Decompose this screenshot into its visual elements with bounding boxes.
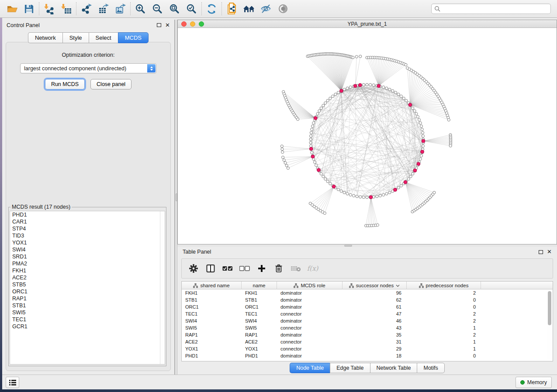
graph-node[interactable] xyxy=(397,186,400,189)
graph-mcds-node[interactable] xyxy=(311,155,315,158)
graph-mcds-node[interactable] xyxy=(422,139,425,143)
list-item[interactable]: RAP1 xyxy=(10,295,165,302)
column-header-shared-name[interactable]: shared name xyxy=(182,282,242,289)
column-header-successor-nodes[interactable]: successor nodes xyxy=(343,282,407,289)
export-table-icon[interactable] xyxy=(95,1,112,16)
table-scrollbar[interactable] xyxy=(547,290,552,361)
graph-node[interactable] xyxy=(310,131,312,134)
graph-node[interactable] xyxy=(320,172,322,175)
list-item[interactable]: PMA2 xyxy=(10,260,165,267)
splitter-grip[interactable] xyxy=(344,245,352,247)
graph-node[interactable] xyxy=(356,195,358,198)
graph-node[interactable] xyxy=(320,107,322,110)
graph-node[interactable] xyxy=(415,113,418,115)
gear-icon[interactable] xyxy=(187,262,200,275)
export-image-icon[interactable] xyxy=(112,1,129,16)
graph-leaf-node[interactable] xyxy=(287,167,289,169)
tab-network[interactable]: Network xyxy=(28,32,62,43)
close-panel-icon[interactable]: ✕ xyxy=(547,250,552,254)
graph-leaf-node[interactable] xyxy=(433,191,436,194)
tab-node-table[interactable]: Node Table xyxy=(290,363,330,373)
graph-node[interactable] xyxy=(324,178,327,180)
graph-leaf-node[interactable] xyxy=(283,159,285,162)
graph-leaf-node[interactable] xyxy=(323,212,326,214)
mcds-result-list[interactable]: PHD1CAR1STP4TID3YOX1SWI4SRD1PMA2FKH1ACE2… xyxy=(10,211,165,364)
graph-node[interactable] xyxy=(420,155,422,157)
table-row[interactable]: SWI5SWI5connector431 xyxy=(182,324,553,331)
graph-node[interactable] xyxy=(391,89,394,92)
graph-node[interactable] xyxy=(422,134,424,137)
scrollbar-thumb[interactable] xyxy=(548,291,551,325)
graph-node[interactable] xyxy=(413,110,416,112)
graph-node[interactable] xyxy=(309,134,312,137)
column-header-name[interactable]: name xyxy=(242,282,277,289)
graph-mcds-node[interactable] xyxy=(369,196,373,199)
graph-leaf-node[interactable] xyxy=(282,156,284,158)
list-item[interactable]: ORC1 xyxy=(10,288,165,295)
graph-node[interactable] xyxy=(382,193,385,196)
tab-select[interactable]: Select xyxy=(89,32,118,43)
apply-layout-icon[interactable] xyxy=(203,1,220,16)
graph-node[interactable] xyxy=(311,125,314,127)
neighborhood-houses-icon[interactable] xyxy=(240,1,257,16)
graph-node[interactable] xyxy=(420,125,422,127)
graph-node[interactable] xyxy=(366,83,368,86)
add-column-icon[interactable] xyxy=(255,262,268,275)
network-window-titlebar[interactable]: YPA_prune.txt_1 xyxy=(178,20,557,28)
graph-node[interactable] xyxy=(421,131,424,134)
graph-node[interactable] xyxy=(379,194,381,197)
graph-node[interactable] xyxy=(324,102,327,104)
export-network-icon[interactable] xyxy=(78,1,95,16)
graph-node[interactable] xyxy=(311,151,313,154)
graph-leaf-node[interactable] xyxy=(285,164,288,167)
column-header-predecessor-nodes[interactable]: predecessor nodes xyxy=(407,282,481,289)
list-item[interactable]: PHD1 xyxy=(10,211,165,218)
graph-node[interactable] xyxy=(400,184,402,187)
list-item[interactable]: SWI4 xyxy=(10,246,165,253)
table-row[interactable]: FKH1FKH1dominator962 xyxy=(182,289,553,296)
graph-mcds-node[interactable] xyxy=(314,117,317,120)
zoom-in-icon[interactable] xyxy=(132,1,149,16)
graph-node[interactable] xyxy=(407,178,410,180)
graph-node[interactable] xyxy=(322,175,325,178)
graph-node[interactable] xyxy=(311,128,313,131)
graph-mcds-node[interactable] xyxy=(377,84,381,88)
graph-node[interactable] xyxy=(334,93,337,96)
graph-node[interactable] xyxy=(343,88,346,91)
graph-node[interactable] xyxy=(329,97,332,100)
graph-leaf-node[interactable] xyxy=(447,118,450,121)
graph-node[interactable] xyxy=(337,91,339,94)
graph-mcds-node[interactable] xyxy=(421,150,424,154)
list-scrollbar[interactable] xyxy=(160,211,165,364)
list-item[interactable]: SRD1 xyxy=(10,253,165,260)
graph-node[interactable] xyxy=(388,88,391,91)
graph-leaf-node[interactable] xyxy=(359,55,362,58)
graph-mcds-node[interactable] xyxy=(309,147,313,151)
graph-node[interactable] xyxy=(359,196,362,198)
zoom-selected-icon[interactable] xyxy=(183,1,200,16)
network-graph[interactable] xyxy=(178,28,557,244)
graph-node[interactable] xyxy=(400,95,402,97)
delete-column-icon[interactable] xyxy=(272,262,285,275)
graph-node[interactable] xyxy=(376,195,378,198)
close-panel-icon[interactable]: ✕ xyxy=(165,23,170,28)
graph-mcds-node[interactable] xyxy=(413,169,417,172)
graph-node[interactable] xyxy=(409,175,412,178)
graph-leaf-node[interactable] xyxy=(280,145,283,148)
table-row[interactable]: STB1STB1dominator620 xyxy=(182,296,553,303)
column-layout-icon[interactable] xyxy=(204,262,217,275)
float-panel-icon[interactable] xyxy=(539,250,543,254)
graph-node[interactable] xyxy=(394,91,397,94)
show-graphics-details-eye-icon[interactable] xyxy=(274,1,291,16)
graph-node[interactable] xyxy=(346,193,349,195)
graph-node[interactable] xyxy=(421,128,423,131)
run-mcds-button[interactable]: Run MCDS xyxy=(45,79,85,89)
deselect-all-checkboxes-icon[interactable] xyxy=(238,262,251,275)
graph-mcds-node[interactable] xyxy=(358,83,362,87)
graph-leaf-node[interactable] xyxy=(355,55,358,58)
graph-leaf-node[interactable] xyxy=(352,56,354,59)
list-item[interactable]: SWI5 xyxy=(10,309,165,316)
graph-node[interactable] xyxy=(316,113,319,115)
graph-node[interactable] xyxy=(397,93,400,96)
hide-graphics-details-eye-icon[interactable] xyxy=(257,1,274,16)
